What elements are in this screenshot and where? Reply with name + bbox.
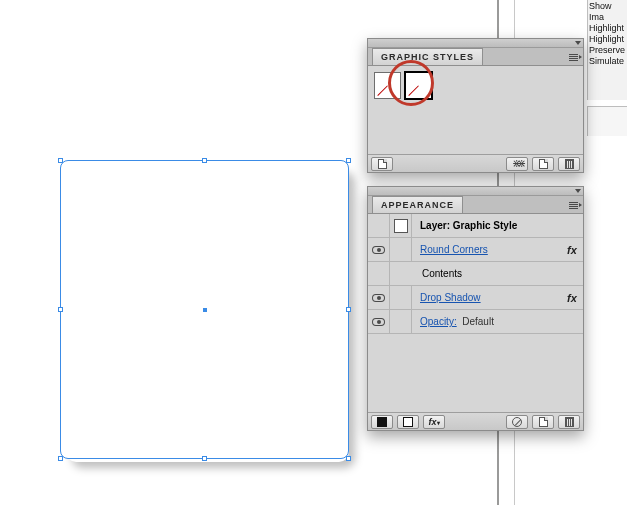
opacity-link[interactable]: Opacity:	[420, 316, 457, 327]
add-new-stroke-button[interactable]	[397, 415, 419, 429]
add-new-fill-button[interactable]	[371, 415, 393, 429]
panel-drag-bar[interactable]	[368, 187, 583, 196]
eye-icon	[372, 294, 385, 302]
spacer	[390, 310, 412, 333]
opt-line: Preserve	[589, 45, 627, 56]
stroke-icon	[403, 417, 413, 427]
right-options-fragment: Show Ima Highlight Highlight Preserve Si…	[587, 0, 627, 100]
eye-icon	[372, 246, 385, 254]
delete-item-button[interactable]	[558, 415, 580, 429]
layer-thumb-icon	[394, 219, 408, 233]
panel-tab-row: APPEARANCE	[368, 196, 583, 214]
contents-label: Contents	[390, 268, 583, 279]
layer-label: Layer: Graphic Style	[412, 220, 583, 231]
graphic-styles-panel[interactable]: GRAPHIC STYLES ⋇⋇	[367, 38, 584, 173]
flyout-icon	[569, 54, 578, 61]
appearance-row-round-corners[interactable]: Round Corners fx	[368, 238, 583, 262]
appearance-row-contents[interactable]: Contents	[368, 262, 583, 286]
graphic-styles-footer: ⋇⋇	[368, 154, 583, 172]
selection-handle[interactable]	[346, 158, 351, 163]
flyout-icon	[569, 202, 578, 209]
break-link-icon: ⋇⋇	[512, 158, 522, 169]
fill-icon	[377, 417, 387, 427]
clear-appearance-button[interactable]	[506, 415, 528, 429]
appearance-body: Layer: Graphic Style Round Corners fx Co…	[368, 214, 583, 412]
appearance-footer: fx▾	[368, 412, 583, 430]
selection-center	[203, 308, 207, 312]
opt-line: Highlight	[589, 23, 627, 34]
tab-graphic-styles[interactable]: GRAPHIC STYLES	[372, 48, 483, 65]
selection-handle[interactable]	[202, 456, 207, 461]
style-swatch-default[interactable]	[374, 72, 401, 99]
library-icon	[378, 159, 387, 169]
opt-line: Highlight	[589, 34, 627, 45]
break-link-button[interactable]: ⋇⋇	[506, 157, 528, 171]
selection-handle[interactable]	[58, 158, 63, 163]
appearance-row-drop-shadow[interactable]: Drop Shadow fx	[368, 286, 583, 310]
no-style-slash-icon	[377, 85, 388, 96]
selection-handle[interactable]	[346, 307, 351, 312]
selected-rectangle[interactable]	[60, 160, 349, 459]
tab-appearance[interactable]: APPEARANCE	[372, 196, 463, 213]
fx-badge-icon: fx	[561, 292, 583, 304]
delete-style-button[interactable]	[558, 157, 580, 171]
panel-tab-row: GRAPHIC STYLES	[368, 48, 583, 66]
spacer	[390, 238, 412, 261]
selection-handle[interactable]	[202, 158, 207, 163]
opt-line: Show Ima	[589, 1, 627, 23]
styles-library-button[interactable]	[371, 157, 393, 171]
panel-flyout-menu-button[interactable]	[567, 51, 579, 63]
visibility-toggle[interactable]	[368, 286, 390, 309]
visibility-col-empty	[368, 214, 390, 237]
style-swatch-current[interactable]	[405, 72, 432, 99]
appearance-panel[interactable]: APPEARANCE Layer: Graphic Style Round Co…	[367, 186, 584, 431]
effect-link-drop-shadow[interactable]: Drop Shadow	[412, 292, 561, 303]
duplicate-item-button[interactable]	[532, 415, 554, 429]
right-panel-fragment	[587, 106, 627, 136]
opacity-cell: Opacity: Default	[412, 316, 583, 327]
opt-line: Simulate	[589, 56, 627, 67]
collapse-icon[interactable]	[575, 41, 581, 45]
clear-icon	[512, 417, 522, 427]
selection-handle[interactable]	[346, 456, 351, 461]
visibility-col-empty	[368, 262, 390, 285]
effect-link-round-corners[interactable]: Round Corners	[412, 244, 561, 255]
new-doc-icon	[539, 159, 548, 169]
new-style-button[interactable]	[532, 157, 554, 171]
spacer	[390, 286, 412, 309]
visibility-toggle[interactable]	[368, 238, 390, 261]
trash-icon	[565, 417, 574, 427]
graphic-styles-body[interactable]	[368, 66, 583, 154]
add-effect-button[interactable]: fx▾	[423, 415, 445, 429]
selection-handle[interactable]	[58, 307, 63, 312]
no-style-slash-icon	[408, 85, 419, 96]
panel-flyout-menu-button[interactable]	[567, 199, 579, 211]
appearance-row-opacity[interactable]: Opacity: Default	[368, 310, 583, 334]
panel-drag-bar[interactable]	[368, 39, 583, 48]
trash-icon	[565, 159, 574, 169]
new-doc-icon	[539, 417, 548, 427]
opacity-value: Default	[462, 316, 494, 327]
eye-icon	[372, 318, 385, 326]
collapse-icon[interactable]	[575, 189, 581, 193]
visibility-toggle[interactable]	[368, 310, 390, 333]
appearance-layer-row[interactable]: Layer: Graphic Style	[368, 214, 583, 238]
fx-badge-icon: fx	[561, 244, 583, 256]
selection-handle[interactable]	[58, 456, 63, 461]
fx-icon: fx▾	[428, 417, 439, 427]
